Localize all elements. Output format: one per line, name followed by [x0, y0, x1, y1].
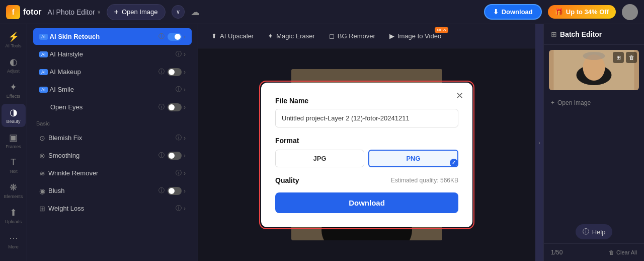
panel-item-open-eyes[interactable]: Open Eyes ⓘ › [33, 99, 192, 115]
promo-button[interactable]: 🎁 Up to 34% Off [548, 5, 616, 19]
info-icon[interactable]: ⓘ [176, 85, 182, 94]
collapse-icon: › [538, 140, 540, 146]
sidebar-item-more[interactable]: ⋯ More [2, 229, 26, 252]
open-image-label: Open Image [122, 8, 158, 16]
open-image-dropdown-button[interactable]: ∨ [172, 5, 185, 19]
sidebar-item-effects[interactable]: ✦ Effects [2, 79, 26, 102]
info-icon[interactable]: ⓘ [176, 50, 182, 58]
sidebar-item-beauty[interactable]: ◑ Beauty [2, 104, 26, 127]
weight-loss-icon: ⊞ [39, 205, 45, 213]
download-action-button[interactable]: Download [275, 192, 458, 213]
sidebar-item-uploads[interactable]: ⬆ Uploads [2, 204, 26, 227]
panel-item-wrinkle-remover[interactable]: ≋ Wrinkle Remover ⓘ › [33, 165, 192, 181]
clear-all-button[interactable]: 🗑 Clear All [609, 249, 637, 255]
basic-section-label: Basic [27, 116, 198, 128]
panel-item-label: Wrinkle Remover [48, 169, 174, 177]
format-label: Format [275, 137, 458, 145]
panel-item-blush[interactable]: ◉ Blush ⓘ › [33, 182, 192, 199]
avatar[interactable] [622, 4, 638, 20]
info-icon[interactable]: ⓘ [158, 186, 165, 195]
download-button[interactable]: ⬇ Download [484, 4, 542, 20]
sidebar-item-label: Uploads [5, 219, 22, 224]
modal-border: ✕ File Name Format JPG PNG ✓ [259, 81, 474, 229]
bg-remover-button[interactable]: ◻ BG Remover [324, 29, 380, 43]
panel-item-weight-loss[interactable]: ⊞ Weight Loss ⓘ › [33, 200, 192, 217]
thumbnail-layers-button[interactable]: ⊞ [613, 52, 624, 63]
info-icon[interactable]: ⓘ [158, 68, 165, 76]
image-to-video-wrap: ▶ Image to Video NEW [384, 29, 446, 43]
app-title-label: AI Photo Editor [47, 8, 95, 16]
help-button[interactable]: ⓘ Help [576, 224, 613, 239]
sidebar-item-frames[interactable]: ▣ Frames [2, 129, 26, 152]
toggle-ai-makeup[interactable] [168, 68, 182, 76]
ai-badge: AI [39, 69, 48, 75]
toggle-ai-skin-retouch[interactable] [168, 33, 182, 41]
magic-eraser-button[interactable]: ✦ Magic Eraser [263, 29, 320, 43]
open-image-label: Open Image [557, 99, 591, 106]
cloud-icon[interactable]: ☁ [191, 7, 200, 18]
adjust-icon: ◐ [10, 56, 18, 68]
collapse-handle[interactable]: › [535, 24, 543, 261]
sidebar-item-label: AI Tools [6, 43, 22, 48]
uploads-icon: ⬆ [10, 207, 17, 218]
toggle-blush[interactable] [168, 187, 182, 195]
text-icon: T [11, 157, 16, 168]
chevron-right-icon: › [184, 152, 186, 159]
beauty-icon: ◑ [10, 107, 18, 118]
sidebar-item-label: More [8, 244, 19, 249]
sidebar-item-label: Elements [4, 194, 23, 199]
panel-item-label: AI Makeup [50, 68, 156, 76]
help-label: Help [592, 228, 606, 236]
ai-upscaler-button[interactable]: ⬆ AI Upscaler [206, 29, 259, 43]
file-name-input[interactable] [275, 109, 458, 127]
bg-remover-label: BG Remover [338, 32, 375, 40]
format-jpg-button[interactable]: JPG [275, 150, 364, 167]
chevron-right-icon: › [184, 135, 186, 142]
info-icon[interactable]: ⓘ [176, 204, 182, 213]
top-navigation: f fotor AI Photo Editor ∨ + Open Image ∨… [0, 0, 644, 24]
ai-tools-icon: ⚡ [8, 31, 19, 42]
open-image-button[interactable]: + Open Image [107, 4, 166, 20]
trash-icon: 🗑 [609, 249, 614, 255]
logo-text: fotor [23, 8, 41, 17]
info-icon[interactable]: ⓘ [158, 103, 165, 111]
blemish-fix-icon: ⊙ [39, 134, 45, 142]
image-to-video-icon: ▶ [389, 32, 394, 40]
quality-row: Quality Estimated quality: 566KB [275, 176, 458, 184]
info-icon[interactable]: ⓘ [176, 169, 182, 177]
right-bottom: 1/50 🗑 Clear All [544, 243, 644, 261]
panel-item-ai-skin-retouch[interactable]: AI AI Skin Retouch ⓘ › [33, 28, 192, 45]
layers-icon: ⊞ [551, 30, 557, 38]
thumbnail-actions: ⊞ 🗑 [613, 52, 637, 63]
sidebar-item-elements[interactable]: ❋ Elements [2, 179, 26, 202]
modal-close-button[interactable]: ✕ [452, 89, 466, 103]
info-icon[interactable]: ⓘ [176, 134, 182, 142]
sidebar-item-label: Effects [7, 94, 20, 99]
panel-item-blemish-fix[interactable]: ⊙ Blemish Fix ⓘ › [33, 129, 192, 146]
sidebar-item-adjust[interactable]: ◐ Adjust [2, 53, 26, 77]
panel-item-ai-makeup[interactable]: AI AI Makeup ⓘ › [33, 63, 192, 80]
chevron-right-icon: › [184, 33, 186, 40]
panel-item-smoothing[interactable]: ⊗ Smoothing ⓘ › [33, 147, 192, 164]
format-png-button[interactable]: PNG ✓ [368, 150, 458, 167]
info-icon[interactable]: ⓘ [158, 151, 165, 160]
app-title-button[interactable]: AI Photo Editor ∨ [47, 8, 100, 16]
ai-badge: AI [39, 51, 48, 57]
chevron-right-icon: › [184, 170, 186, 177]
sidebar-item-ai-tools[interactable]: ⚡ AI Tools [2, 28, 26, 51]
chevron-down-icon: ∨ [97, 9, 101, 15]
thumbnail-delete-button[interactable]: 🗑 [626, 52, 637, 63]
info-icon[interactable]: ⓘ [158, 32, 165, 41]
ai-badge: AI [39, 87, 48, 93]
new-badge: NEW [435, 27, 448, 33]
panel-item-ai-smile[interactable]: AI AI Smile ⓘ › [33, 81, 192, 98]
quality-estimated: Estimated quality: 566KB [391, 177, 458, 184]
add-image-button[interactable]: + Open Image [544, 95, 644, 110]
help-icon: ⓘ [583, 227, 589, 236]
toggle-open-eyes[interactable] [168, 103, 182, 111]
sidebar-item-text[interactable]: T Text [2, 154, 26, 177]
sidebar-item-label: Frames [6, 144, 21, 149]
panel-item-ai-hairstyle[interactable]: AI AI Hairstyle ⓘ › [33, 46, 192, 62]
plus-icon: + [551, 99, 554, 106]
toggle-smoothing[interactable] [168, 152, 182, 160]
